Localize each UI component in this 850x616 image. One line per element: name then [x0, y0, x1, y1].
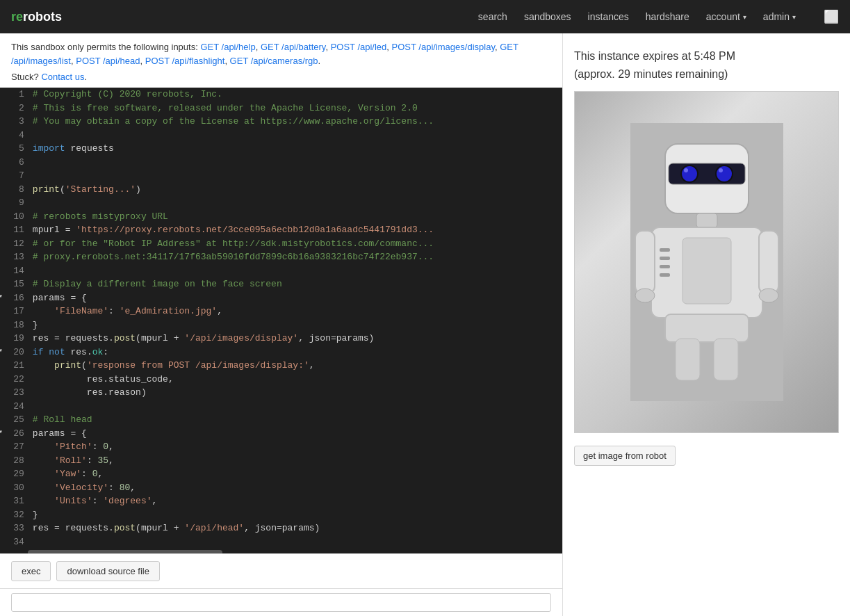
logo[interactable]: rerobots	[11, 10, 62, 24]
line-number: 4	[0, 129, 33, 143]
code-line: params = {	[33, 427, 562, 441]
console-input[interactable]	[11, 593, 551, 612]
code-line: res = requests.post(mpurl + '/api/head',…	[33, 521, 562, 535]
svg-rect-10	[660, 257, 670, 260]
code-line: # You may obtain a copy of the License a…	[33, 115, 562, 129]
code-line: # rerobots mistyproxy URL	[33, 210, 562, 224]
line-number: 29	[0, 467, 33, 481]
code-editor[interactable]: 1 # Copyright (C) 2020 rerobots, Inc. 2 …	[0, 88, 562, 553]
download-button[interactable]: download source file	[56, 561, 160, 581]
robot-image	[575, 92, 838, 432]
link-post-led[interactable]: POST /api/led	[331, 42, 387, 52]
svg-rect-20	[714, 339, 738, 380]
logo-robots: robots	[23, 10, 62, 24]
window-icon[interactable]: ⬜	[824, 9, 839, 24]
right-panel: This instance expires at 5:48 PM (approx…	[563, 33, 850, 616]
svg-point-4	[716, 165, 733, 182]
line-number: 19	[0, 332, 33, 346]
code-line: # This is free software, released under …	[33, 102, 562, 115]
link-post-head[interactable]: POST /api/head	[76, 56, 140, 66]
code-line: res = requests.post(mpurl + '/api/images…	[33, 332, 562, 346]
nav-search[interactable]: search	[478, 11, 507, 22]
main-container: This sandbox only permits the following …	[0, 33, 850, 616]
line-number: 23	[0, 386, 33, 400]
code-table: 1 # Copyright (C) 2020 rerobots, Inc. 2 …	[0, 88, 562, 549]
svg-point-3	[681, 165, 698, 182]
line-number: 25	[0, 413, 33, 427]
link-get-battery[interactable]: GET /api/battery	[261, 42, 325, 52]
line-number: 31	[0, 494, 33, 508]
nav-links: search sandboxes instances hardshare acc…	[478, 9, 839, 24]
scroll-thumb[interactable]	[28, 550, 222, 553]
svg-rect-16	[635, 231, 655, 293]
svg-point-6	[719, 168, 723, 172]
get-image-button[interactable]: get image from robot	[574, 446, 676, 466]
code-line: 'Pitch': 0,	[33, 440, 562, 454]
robot-svg	[630, 123, 783, 401]
table-row: 31 'Units': 'degrees',	[0, 494, 562, 508]
stuck-line: Stuck? Contact us.	[0, 72, 562, 88]
svg-point-17	[635, 289, 655, 302]
table-row: 32 }	[0, 508, 562, 522]
code-line: 'Roll': 35,	[33, 454, 562, 468]
link-get-cameras-rgb[interactable]: GET /api/cameras/rgb	[230, 56, 318, 66]
table-row: 9	[0, 196, 562, 210]
code-line	[33, 535, 562, 549]
table-row: 22 res.status_code,	[0, 373, 562, 387]
table-row: 3 # You may obtain a copy of the License…	[0, 115, 562, 129]
line-number: 2	[0, 102, 33, 115]
code-line: import requests	[33, 142, 562, 156]
svg-rect-18	[665, 314, 749, 342]
code-line: # or for the "Robot IP Address" at http:…	[33, 237, 562, 251]
link-get-help[interactable]: GET /api/help	[200, 42, 255, 52]
link-post-flashlight[interactable]: POST /api/flashlight	[145, 56, 225, 66]
line-number: 34	[0, 535, 33, 549]
table-row: 24	[0, 400, 562, 414]
nav-instances[interactable]: instances	[588, 11, 629, 22]
nav-admin-dropdown[interactable]: admin	[763, 11, 796, 22]
line-number: 30	[0, 481, 33, 495]
nav-hardshare[interactable]: hardshare	[646, 11, 689, 22]
table-row: 17 'FileName': 'e_Admiration.jpg',	[0, 305, 562, 318]
table-row: 12 # or for the "Robot IP Address" at ht…	[0, 237, 562, 251]
table-row: 15 # Display a different image on the fa…	[0, 277, 562, 291]
svg-rect-14	[759, 231, 778, 293]
table-row: 4	[0, 129, 562, 143]
table-row: 6	[0, 156, 562, 170]
code-line	[33, 264, 562, 278]
horizontal-scrollbar[interactable]	[0, 549, 562, 553]
expiry-line1: This instance expires at 5:48 PM	[574, 47, 839, 65]
line-number: 9	[0, 196, 33, 210]
line-number: 13	[0, 250, 33, 264]
code-line: # Display a different image on the face …	[33, 277, 562, 291]
line-number: 16	[0, 291, 33, 305]
line-number: 17	[0, 305, 33, 318]
svg-point-15	[759, 289, 778, 302]
logo-re: re	[11, 10, 23, 24]
table-row: 30 'Velocity': 80,	[0, 481, 562, 495]
table-row: 25 # Roll head	[0, 413, 562, 427]
link-post-images-display[interactable]: POST /api/images/display	[392, 42, 495, 52]
svg-rect-7	[696, 213, 717, 227]
line-number: 21	[0, 359, 33, 373]
nav-account-dropdown[interactable]: account	[706, 11, 746, 22]
svg-rect-2	[669, 163, 745, 184]
table-row: 16 params = {	[0, 291, 562, 305]
table-row: 7	[0, 169, 562, 183]
line-number: 26	[0, 427, 33, 441]
contact-us-link[interactable]: Contact us	[41, 72, 84, 82]
line-number: 33	[0, 521, 33, 535]
table-row: 19 res = requests.post(mpurl + '/api/ima…	[0, 332, 562, 346]
nav-sandboxes[interactable]: sandboxes	[524, 11, 571, 22]
robot-image-container	[574, 91, 839, 433]
exec-button[interactable]: exec	[11, 561, 51, 581]
code-line: 'Units': 'degrees',	[33, 494, 562, 508]
table-row: 33 res = requests.post(mpurl + '/api/hea…	[0, 521, 562, 535]
svg-rect-11	[660, 265, 670, 268]
table-row: 26 params = {	[0, 427, 562, 441]
line-number: 14	[0, 264, 33, 278]
stuck-text: Stuck?	[11, 72, 39, 82]
code-line: }	[33, 508, 562, 522]
code-line: res.status_code,	[33, 373, 562, 387]
line-number: 12	[0, 237, 33, 251]
